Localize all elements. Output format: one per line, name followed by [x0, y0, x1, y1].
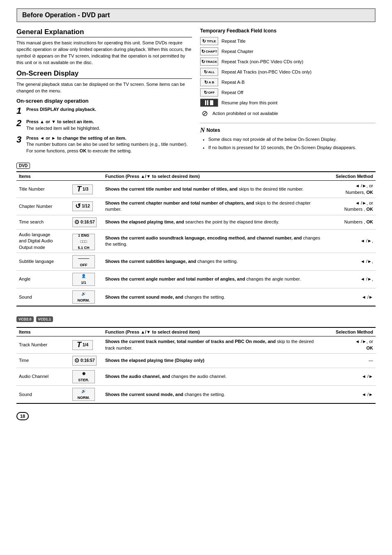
- feedback-row-ab: ↻A B Repeat A-B: [200, 78, 376, 86]
- row-selection: ◄ /►: [326, 288, 376, 306]
- table-row: Sound 🔊 NORM. Shows the current sound mo…: [16, 386, 376, 404]
- row-item: Time search: [16, 215, 70, 229]
- step-2: 2 Press ▲ or ▼ to select an item.The sel…: [16, 119, 192, 132]
- row-icon: T 1/4: [70, 336, 103, 354]
- vcd2-badge: VCD2.0: [16, 316, 34, 322]
- table-row: Title Number T 1/3 Shows the current tit…: [16, 181, 376, 198]
- row-function: Shows the current title number and total…: [103, 181, 326, 198]
- feedback-label-chapter: Repeat Chapter: [221, 49, 254, 54]
- row-selection: Numbers , OK: [326, 215, 376, 229]
- notes-box: N Notes Some discs may not provide all o…: [200, 123, 376, 151]
- row-icon: 1 ENG □□□ 5.1 CH: [70, 229, 103, 253]
- step-3: 3 Press ◄ or ► to change the setting of …: [16, 135, 192, 155]
- dvd-table: Items Function (Press ▲/▼ to select desi…: [16, 171, 376, 306]
- feedback-row-resume: Resume play from this point: [200, 99, 376, 107]
- row-item: Time: [16, 354, 70, 368]
- row-selection: ◄ /►,: [326, 229, 376, 253]
- table-row: Chapter Number ↺ 1/12 Shows the current …: [16, 198, 376, 215]
- note-item-2: If no button is pressed for 10 seconds, …: [208, 145, 376, 151]
- feedback-label-off: Repeat Off: [221, 90, 243, 95]
- feedback-label-prohibited: Action prohibited or not available: [212, 111, 278, 116]
- feedback-label-resume: Resume play from this point: [221, 100, 277, 105]
- row-function: Shows the current subtitles language, an…: [103, 253, 326, 271]
- row-icon: ⊙ 0:16:57: [70, 215, 103, 229]
- row-function: Shows the current track number, total nu…: [103, 336, 326, 354]
- feedback-icon-off: ↻OFF: [200, 88, 218, 97]
- notes-icon: N: [200, 127, 205, 134]
- feedback-label-title: Repeat Title: [221, 39, 246, 44]
- on-screen-operation-title: On-screen display operation: [16, 98, 192, 104]
- vcd-col-icon: [70, 327, 103, 336]
- step-3-text: Press ◄ or ► to change the setting of an…: [26, 135, 192, 155]
- row-selection: —: [326, 354, 376, 368]
- feedback-icon-resume: [200, 99, 218, 107]
- feedback-icon-track: ↻TRACK: [200, 58, 218, 66]
- table-row: Audio Channel ◉ STER. Shows the audio ch…: [16, 368, 376, 386]
- vcd-badge-row: VCD2.0 VCD1.1: [16, 311, 376, 325]
- vcd-table: Items Function (Press ▲/▼ to select desi…: [16, 327, 376, 404]
- row-item: Subtitle language: [16, 253, 70, 271]
- row-selection: ◄ /►,: [326, 271, 376, 288]
- vcd-col-selection: Selection Method: [326, 327, 376, 336]
- vcd-col-items: Items: [16, 327, 70, 336]
- row-item: Audio languageand Digital AudioOutput mo…: [16, 229, 70, 253]
- right-column: Temporary Feedback Field Icons ↻TITLE Re…: [200, 28, 376, 158]
- dvd-col-selection: Selection Method: [326, 172, 376, 181]
- row-icon: ◉ STER.: [70, 368, 103, 386]
- on-screen-display-intro: The general playback status can be displ…: [16, 81, 192, 94]
- row-selection: ◄ /►, orNumbers , OK: [326, 198, 376, 215]
- feedback-icon-prohibited: ⊘: [200, 109, 209, 118]
- row-selection: ◄ /►, orOK: [326, 336, 376, 354]
- vcd1-badge: VCD1.1: [36, 316, 53, 322]
- page-number-container: 18: [16, 408, 376, 420]
- row-selection: ◄ /►: [326, 368, 376, 386]
- row-selection: ◄ /►: [326, 386, 376, 404]
- row-icon: ——— OFF: [70, 253, 103, 271]
- row-icon: 👤 1/1: [70, 271, 103, 288]
- feedback-row-all: ↻ALL Repeat All Tracks (non-PBC Video CD…: [200, 68, 376, 76]
- row-item: Title Number: [16, 181, 70, 198]
- feedback-icon-ab: ↻A B: [200, 78, 218, 86]
- row-function: Shows the elapsed playing time, and sear…: [103, 215, 326, 229]
- row-item: Sound: [16, 386, 70, 404]
- row-icon: T 1/3: [70, 181, 103, 198]
- feedback-row-chapter: ↻CHAPT Repeat Chapter: [200, 47, 376, 55]
- table-row: Subtitle language ——— OFF Shows the curr…: [16, 253, 376, 271]
- row-item: Angle: [16, 271, 70, 288]
- table-row: Time search ⊙ 0:16:57 Shows the elapsed …: [16, 215, 376, 229]
- feedback-icon-chapter: ↻CHAPT: [200, 47, 218, 55]
- row-icon: 🔊 NORM.: [70, 386, 103, 404]
- general-explanation-title: General Explanation: [16, 28, 192, 37]
- note-item-1: Some discs may not provide all of the be…: [208, 136, 376, 143]
- dvd-badge: DVD: [16, 163, 30, 169]
- notes-label: Notes: [207, 127, 220, 133]
- row-function: Shows the current sound mode, and change…: [103, 386, 326, 404]
- notes-title: N Notes: [200, 127, 376, 134]
- dvd-col-items: Items: [16, 172, 70, 181]
- page-header: Before Operation - DVD part: [16, 8, 376, 22]
- step-1-text: Press DISPLAY during playback.: [26, 106, 192, 113]
- row-selection: ◄ /►,: [326, 253, 376, 271]
- table-row: Track Number T 1/4 Shows the current tra…: [16, 336, 376, 354]
- table-row: Angle 👤 1/1 Shows the current angle numb…: [16, 271, 376, 288]
- feedback-row-prohibited: ⊘ Action prohibited or not available: [200, 109, 376, 118]
- left-column: General Explanation This manual gives th…: [16, 28, 192, 158]
- feedback-row-track: ↻TRACK Repeat Track (non-PBC Video CDs o…: [200, 58, 376, 66]
- row-icon: 🔊 NORM.: [70, 288, 103, 306]
- on-screen-display-title: On-Screen Display: [16, 69, 192, 79]
- feedback-icon-title: ↻TITLE: [200, 37, 218, 45]
- feedback-title: Temporary Feedback Field Icons: [200, 28, 376, 34]
- row-icon: ↺ 1/12: [70, 198, 103, 215]
- row-function: Shows the current angle number and total…: [103, 271, 326, 288]
- row-selection: ◄ /►, orNumbers, OK: [326, 181, 376, 198]
- row-function: Shows the elapsed playing time (Display …: [103, 354, 326, 368]
- row-icon: ⊙ 0:16:57: [70, 354, 103, 368]
- feedback-label-track: Repeat Track (non-PBC Video CDs only): [221, 59, 303, 64]
- feedback-label-all: Repeat All Tracks (non-PBC Video CDs onl…: [221, 69, 311, 74]
- row-item: Sound: [16, 288, 70, 306]
- page-header-title: Before Operation - DVD part: [22, 12, 110, 18]
- row-function: Shows the current sound mode, and change…: [103, 288, 326, 306]
- table-row: Audio languageand Digital AudioOutput mo…: [16, 229, 376, 253]
- step-1: 1 Press DISPLAY during playback.: [16, 106, 192, 115]
- table-row: Time ⊙ 0:16:57 Shows the elapsed playing…: [16, 354, 376, 368]
